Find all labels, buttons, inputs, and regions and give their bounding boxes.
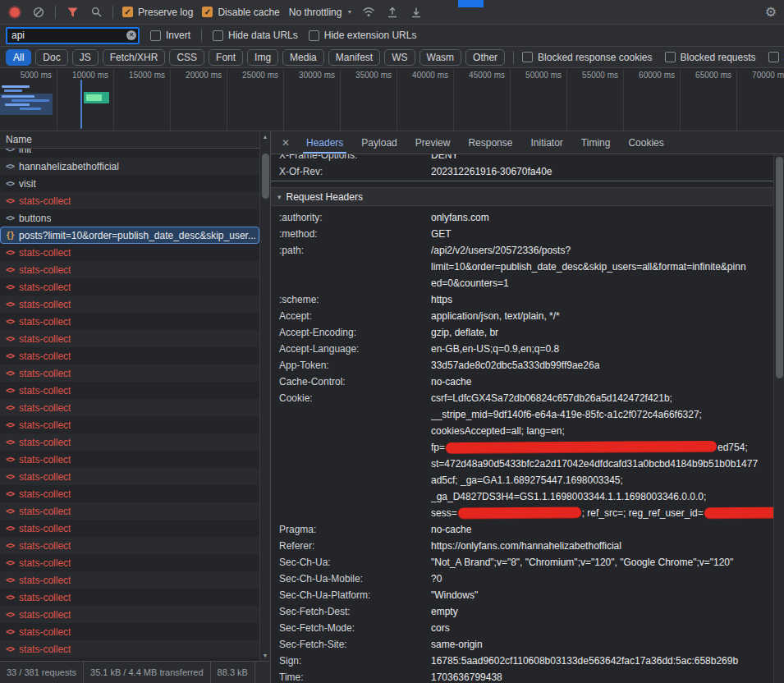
scroll-up-icon[interactable]: ▲ bbox=[260, 134, 270, 140]
filter-chip-manifest[interactable]: Manifest bbox=[328, 49, 380, 66]
filter-chip-other[interactable]: Other bbox=[465, 49, 505, 66]
import-har-button[interactable] bbox=[385, 5, 400, 20]
request-row[interactable]: <>buttons bbox=[0, 209, 259, 227]
details-scrollbar[interactable] bbox=[773, 154, 784, 683]
tab-initiator[interactable]: Initiator bbox=[521, 131, 571, 154]
request-row[interactable]: <>stats-collect bbox=[0, 554, 259, 571]
request-row[interactable]: <>stats-collect bbox=[0, 571, 259, 589]
filter-chip-fetch-xhr[interactable]: Fetch/XHR bbox=[103, 49, 166, 66]
hide-data-urls-checkbox[interactable]: Hide data URLs bbox=[213, 30, 298, 41]
request-row[interactable]: <>stats-collect bbox=[0, 364, 259, 382]
network-conditions-icon bbox=[362, 7, 375, 17]
invert-checkbox[interactable]: Invert bbox=[150, 30, 190, 41]
request-row[interactable]: <>stats-collect bbox=[0, 347, 259, 364]
tab-response[interactable]: Response bbox=[459, 131, 521, 154]
request-label: stats-collect bbox=[19, 368, 71, 379]
request-row[interactable]: <>stats-collect bbox=[0, 313, 259, 330]
request-row[interactable]: <>hannahelizabethofficial bbox=[0, 158, 259, 175]
record-button[interactable] bbox=[7, 5, 22, 20]
3rd-party-requests-checkbox[interactable]: 3rd-party requests bbox=[768, 52, 784, 63]
request-row[interactable]: <>stats-collect bbox=[0, 416, 259, 433]
request-row[interactable]: <>init bbox=[0, 149, 259, 158]
filter-toggle-button[interactable] bbox=[65, 5, 80, 20]
header-value: no-cache bbox=[431, 521, 773, 538]
header-name: :authority: bbox=[271, 209, 431, 226]
filter-chip-all[interactable]: All bbox=[6, 49, 31, 66]
request-row[interactable]: <>stats-collect bbox=[0, 537, 259, 554]
header-name: Pragma: bbox=[271, 521, 431, 538]
request-row[interactable]: <>stats-collect bbox=[0, 623, 259, 640]
requests-scrollbar[interactable]: ▲ ▼ bbox=[259, 131, 270, 661]
request-row[interactable]: <>stats-collect bbox=[0, 468, 259, 485]
status-resources: 88.3 kB bbox=[211, 662, 255, 683]
request-row[interactable]: <>visit bbox=[0, 175, 259, 192]
script-icon: <> bbox=[6, 317, 14, 326]
header-value: "Windows" bbox=[431, 587, 773, 603]
filter-chip-img[interactable]: Img bbox=[247, 49, 278, 66]
request-row[interactable]: <>stats-collect bbox=[0, 296, 259, 313]
settings-gear-icon[interactable]: ⚙ bbox=[765, 4, 777, 20]
tab-cookies[interactable]: Cookies bbox=[619, 131, 672, 154]
request-row[interactable]: <>stats-collect bbox=[0, 520, 259, 537]
filter-chip-doc[interactable]: Doc bbox=[35, 49, 67, 66]
throttling-dropdown[interactable]: No throttling ▼ bbox=[289, 7, 353, 18]
request-row[interactable]: <>stats-collect bbox=[0, 433, 259, 451]
name-column-header[interactable]: Name bbox=[0, 131, 270, 149]
request-row[interactable]: <>stats-collect bbox=[0, 192, 259, 209]
filter-chip-js[interactable]: JS bbox=[72, 49, 99, 66]
header-name: Accept-Language: bbox=[271, 341, 431, 357]
export-har-button[interactable] bbox=[409, 5, 424, 20]
request-row[interactable]: <>stats-collect bbox=[0, 502, 259, 520]
header-row: Accept:application/json, text/plain, */* bbox=[271, 308, 773, 324]
tab-payload[interactable]: Payload bbox=[352, 131, 406, 154]
network-conditions-button[interactable] bbox=[361, 5, 376, 20]
tab-headers[interactable]: Headers bbox=[297, 131, 352, 154]
timeline-label: 15000 ms bbox=[129, 71, 170, 80]
preserve-log-checkbox[interactable]: ✓ Preserve log bbox=[122, 7, 193, 18]
scroll-down-icon[interactable]: ▼ bbox=[260, 653, 270, 658]
filter-chip-media[interactable]: Media bbox=[282, 49, 324, 66]
header-value: GET bbox=[431, 226, 773, 242]
request-row[interactable]: <>stats-collect bbox=[0, 451, 259, 468]
filter-chip-wasm[interactable]: Wasm bbox=[420, 49, 462, 66]
filter-input[interactable] bbox=[6, 27, 140, 44]
request-row[interactable]: <>stats-collect bbox=[0, 278, 259, 296]
details-scrollbar-thumb[interactable] bbox=[776, 157, 783, 378]
disable-cache-checkbox[interactable]: ✓ Disable cache bbox=[202, 7, 279, 18]
hide-extension-urls-checkbox[interactable]: Hide extension URLs bbox=[309, 30, 417, 41]
header-name: Sec-Fetch-Dest: bbox=[271, 603, 431, 620]
tab-timing[interactable]: Timing bbox=[572, 131, 620, 154]
request-row[interactable]: <>stats-collect bbox=[0, 399, 259, 416]
filter-chip-ws[interactable]: WS bbox=[384, 49, 415, 66]
close-icon[interactable]: ✕ bbox=[277, 137, 294, 149]
requests-scrollbar-thumb[interactable] bbox=[262, 154, 269, 199]
script-icon: <> bbox=[6, 472, 14, 481]
request-row[interactable]: <>stats-collect bbox=[0, 261, 259, 278]
request-row[interactable]: <>stats-collect bbox=[0, 606, 259, 623]
request-row[interactable]: <>stats-collect bbox=[0, 589, 259, 606]
blocked-requests-checkbox[interactable]: Blocked requests bbox=[665, 52, 756, 63]
clear-filter-icon[interactable]: ✕ bbox=[126, 30, 136, 40]
filter-chip-font[interactable]: Font bbox=[209, 49, 243, 66]
header-value: ?0 bbox=[431, 571, 773, 587]
filter-chip-css[interactable]: CSS bbox=[169, 49, 204, 66]
request-label: hannahelizabethofficial bbox=[19, 161, 119, 172]
request-headers-section[interactable]: ▾Request Headers bbox=[271, 187, 773, 206]
search-button[interactable] bbox=[89, 5, 103, 20]
header-value: /api2/v2/users/20572336/posts?limit=10&o… bbox=[431, 242, 773, 291]
section-divider bbox=[271, 181, 773, 181]
blocked-response-cookies-checkbox[interactable]: Blocked response cookies bbox=[522, 52, 652, 63]
request-row[interactable]: <>stats-collect bbox=[0, 640, 259, 658]
resource-type-chips: AllDocJSFetch/XHRCSSFontImgMediaManifest… bbox=[6, 49, 505, 66]
request-row[interactable]: <>stats-collect bbox=[0, 485, 259, 502]
clear-icon bbox=[33, 7, 44, 18]
timeline-overview[interactable]: 5000 ms10000 ms15000 ms20000 ms25000 ms3… bbox=[0, 68, 784, 131]
script-icon: <> bbox=[6, 300, 14, 309]
clear-network-log-button[interactable] bbox=[31, 5, 46, 20]
timeline-label: 10000 ms bbox=[72, 71, 113, 80]
tab-preview[interactable]: Preview bbox=[406, 131, 460, 154]
request-row[interactable]: <>stats-collect bbox=[0, 330, 259, 347]
request-row[interactable]: <>stats-collect bbox=[0, 244, 259, 261]
request-row-selected[interactable]: {}posts?limit=10&order=publish_date_desc… bbox=[0, 227, 259, 244]
request-row[interactable]: <>stats-collect bbox=[0, 382, 259, 399]
